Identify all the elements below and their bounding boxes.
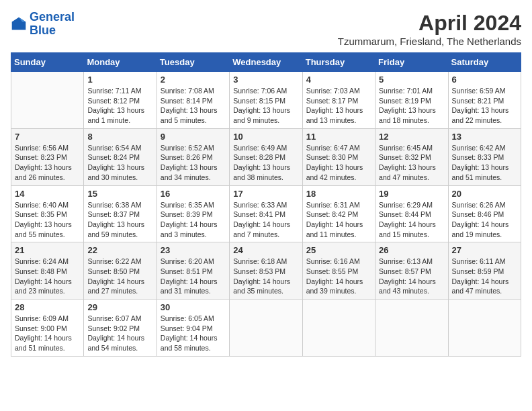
cell-details: Sunrise: 6:26 AMSunset: 8:46 PMDaylight:… <box>452 200 517 240</box>
cell-details: Sunrise: 6:40 AMSunset: 8:35 PMDaylight:… <box>15 200 80 240</box>
logo-icon <box>11 16 27 32</box>
day-number: 3 <box>233 75 298 85</box>
day-number: 6 <box>452 75 517 85</box>
calendar-cell <box>302 300 375 357</box>
day-number: 4 <box>306 75 371 85</box>
cell-details: Sunrise: 7:03 AMSunset: 8:17 PMDaylight:… <box>306 86 371 126</box>
day-number: 22 <box>87 245 152 255</box>
calendar-cell: 4Sunrise: 7:03 AMSunset: 8:17 PMDaylight… <box>302 72 375 129</box>
calendar-cell: 25Sunrise: 6:16 AMSunset: 8:55 PMDayligh… <box>302 242 375 300</box>
weekday-header-row: SundayMondayTuesdayWednesdayThursdayFrid… <box>11 53 521 72</box>
day-number: 8 <box>87 132 152 142</box>
calendar-cell: 15Sunrise: 6:38 AMSunset: 8:37 PMDayligh… <box>84 185 157 242</box>
day-number: 9 <box>161 132 226 142</box>
cell-details: Sunrise: 6:13 AMSunset: 8:57 PMDaylight:… <box>379 257 444 296</box>
calendar-cell: 1Sunrise: 7:11 AMSunset: 8:12 PMDaylight… <box>84 72 157 129</box>
day-number: 15 <box>87 189 152 199</box>
weekday-header: Friday <box>375 53 448 72</box>
cell-details: Sunrise: 7:08 AMSunset: 8:14 PMDaylight:… <box>161 86 226 126</box>
calendar-cell: 10Sunrise: 6:49 AMSunset: 8:28 PMDayligh… <box>230 128 302 185</box>
cell-details: Sunrise: 6:35 AMSunset: 8:39 PMDaylight:… <box>161 200 226 240</box>
calendar-cell: 18Sunrise: 6:31 AMSunset: 8:42 PMDayligh… <box>302 185 375 242</box>
page-header: General Blue April 2024 Tzummarum, Fries… <box>11 11 521 47</box>
day-number: 28 <box>15 302 80 312</box>
calendar-cell <box>11 72 84 129</box>
calendar-cell: 6Sunrise: 6:59 AMSunset: 8:21 PMDaylight… <box>448 72 521 129</box>
calendar-cell: 23Sunrise: 6:20 AMSunset: 8:51 PMDayligh… <box>157 242 229 300</box>
cell-details: Sunrise: 7:01 AMSunset: 8:19 PMDaylight:… <box>379 86 444 126</box>
calendar-week-row: 14Sunrise: 6:40 AMSunset: 8:35 PMDayligh… <box>11 185 521 242</box>
cell-details: Sunrise: 6:52 AMSunset: 8:26 PMDaylight:… <box>161 143 226 183</box>
calendar-cell: 13Sunrise: 6:42 AMSunset: 8:33 PMDayligh… <box>448 128 521 185</box>
cell-details: Sunrise: 6:07 AMSunset: 9:02 PMDaylight:… <box>87 314 152 353</box>
day-number: 26 <box>379 245 444 255</box>
day-number: 29 <box>87 302 152 312</box>
calendar-cell: 21Sunrise: 6:24 AMSunset: 8:48 PMDayligh… <box>11 242 84 300</box>
calendar-cell: 5Sunrise: 7:01 AMSunset: 8:19 PMDaylight… <box>375 72 448 129</box>
calendar-cell: 19Sunrise: 6:29 AMSunset: 8:44 PMDayligh… <box>375 185 448 242</box>
calendar-cell: 17Sunrise: 6:33 AMSunset: 8:41 PMDayligh… <box>230 185 302 242</box>
svg-marker-0 <box>12 17 26 30</box>
day-number: 12 <box>379 132 444 142</box>
day-number: 10 <box>233 132 298 142</box>
day-number: 25 <box>306 245 371 255</box>
cell-details: Sunrise: 7:11 AMSunset: 8:12 PMDaylight:… <box>87 86 152 126</box>
calendar-cell: 16Sunrise: 6:35 AMSunset: 8:39 PMDayligh… <box>157 185 229 242</box>
cell-details: Sunrise: 6:47 AMSunset: 8:30 PMDaylight:… <box>306 143 371 183</box>
weekday-header: Tuesday <box>157 53 229 72</box>
day-number: 14 <box>15 189 80 199</box>
calendar-table: SundayMondayTuesdayWednesdayThursdayFrid… <box>11 52 521 357</box>
day-number: 30 <box>161 302 226 312</box>
calendar-cell: 28Sunrise: 6:09 AMSunset: 9:00 PMDayligh… <box>11 300 84 357</box>
calendar-cell <box>448 300 521 357</box>
calendar-cell: 2Sunrise: 7:08 AMSunset: 8:14 PMDaylight… <box>157 72 229 129</box>
calendar-cell: 30Sunrise: 6:05 AMSunset: 9:04 PMDayligh… <box>157 300 229 357</box>
day-number: 20 <box>452 189 517 199</box>
day-number: 2 <box>161 75 226 85</box>
calendar-cell <box>375 300 448 357</box>
day-number: 16 <box>161 189 226 199</box>
calendar-cell: 11Sunrise: 6:47 AMSunset: 8:30 PMDayligh… <box>302 128 375 185</box>
calendar-cell: 14Sunrise: 6:40 AMSunset: 8:35 PMDayligh… <box>11 185 84 242</box>
day-number: 11 <box>306 132 371 142</box>
cell-details: Sunrise: 6:24 AMSunset: 8:48 PMDaylight:… <box>15 257 80 296</box>
calendar-cell: 27Sunrise: 6:11 AMSunset: 8:59 PMDayligh… <box>448 242 521 300</box>
logo-line1: General <box>30 10 75 24</box>
cell-details: Sunrise: 6:54 AMSunset: 8:24 PMDaylight:… <box>87 143 152 183</box>
day-number: 18 <box>306 189 371 199</box>
calendar-week-row: 7Sunrise: 6:56 AMSunset: 8:23 PMDaylight… <box>11 128 521 185</box>
cell-details: Sunrise: 6:18 AMSunset: 8:53 PMDaylight:… <box>233 257 298 296</box>
cell-details: Sunrise: 6:49 AMSunset: 8:28 PMDaylight:… <box>233 143 298 183</box>
calendar-cell: 9Sunrise: 6:52 AMSunset: 8:26 PMDaylight… <box>157 128 229 185</box>
logo-text: General Blue <box>30 11 75 38</box>
cell-details: Sunrise: 6:31 AMSunset: 8:42 PMDaylight:… <box>306 200 371 240</box>
cell-details: Sunrise: 6:33 AMSunset: 8:41 PMDaylight:… <box>233 200 298 240</box>
cell-details: Sunrise: 7:06 AMSunset: 8:15 PMDaylight:… <box>233 86 298 126</box>
logo-line2: Blue <box>30 24 56 37</box>
month-year: April 2024 <box>338 11 521 36</box>
day-number: 13 <box>452 132 517 142</box>
calendar-week-row: 1Sunrise: 7:11 AMSunset: 8:12 PMDaylight… <box>11 72 521 129</box>
weekday-header: Sunday <box>11 53 84 72</box>
weekday-header: Saturday <box>448 53 521 72</box>
calendar-cell: 24Sunrise: 6:18 AMSunset: 8:53 PMDayligh… <box>230 242 302 300</box>
day-number: 24 <box>233 245 298 255</box>
cell-details: Sunrise: 6:42 AMSunset: 8:33 PMDaylight:… <box>452 143 517 183</box>
calendar-week-row: 21Sunrise: 6:24 AMSunset: 8:48 PMDayligh… <box>11 242 521 300</box>
calendar-cell: 12Sunrise: 6:45 AMSunset: 8:32 PMDayligh… <box>375 128 448 185</box>
logo: General Blue <box>11 11 75 38</box>
cell-details: Sunrise: 6:56 AMSunset: 8:23 PMDaylight:… <box>15 143 80 183</box>
day-number: 5 <box>379 75 444 85</box>
calendar-cell: 3Sunrise: 7:06 AMSunset: 8:15 PMDaylight… <box>230 72 302 129</box>
location: Tzummarum, Friesland, The Netherlands <box>338 36 521 47</box>
title-block: April 2024 Tzummarum, Friesland, The Net… <box>338 11 521 47</box>
cell-details: Sunrise: 6:20 AMSunset: 8:51 PMDaylight:… <box>161 257 226 296</box>
calendar-cell: 26Sunrise: 6:13 AMSunset: 8:57 PMDayligh… <box>375 242 448 300</box>
calendar-cell: 22Sunrise: 6:22 AMSunset: 8:50 PMDayligh… <box>84 242 157 300</box>
cell-details: Sunrise: 6:38 AMSunset: 8:37 PMDaylight:… <box>87 200 152 240</box>
calendar-week-row: 28Sunrise: 6:09 AMSunset: 9:00 PMDayligh… <box>11 300 521 357</box>
weekday-header: Thursday <box>302 53 375 72</box>
day-number: 19 <box>379 189 444 199</box>
weekday-header: Wednesday <box>230 53 302 72</box>
cell-details: Sunrise: 6:29 AMSunset: 8:44 PMDaylight:… <box>379 200 444 240</box>
